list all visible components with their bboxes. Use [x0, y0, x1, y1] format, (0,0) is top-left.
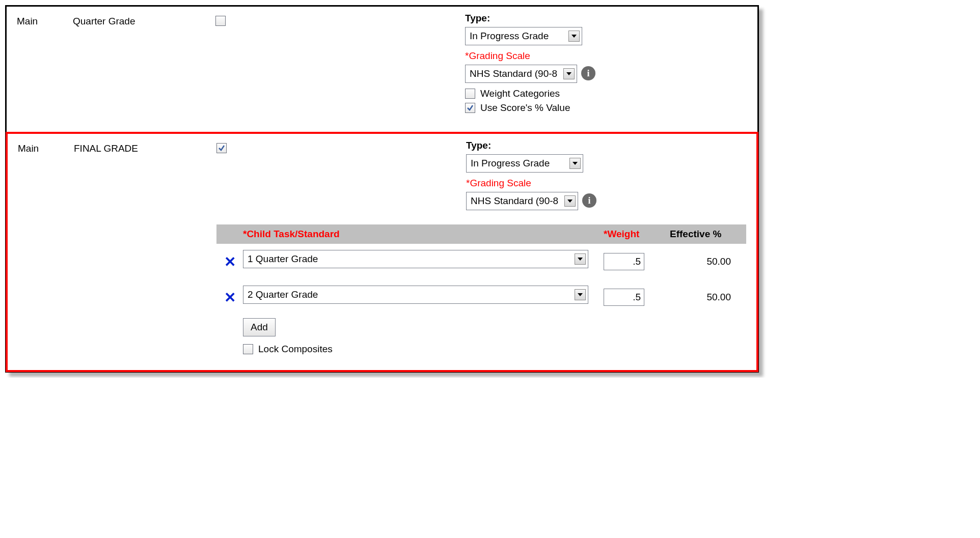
- use-score-percent-label: Use Score's % Value: [480, 102, 570, 114]
- child-task-value: 1 Quarter Grade: [248, 253, 571, 265]
- weight-header: *Weight: [604, 229, 670, 240]
- final-grade-highlight: Main FINAL GRADE Type: In Progress Grade…: [6, 132, 758, 372]
- chevron-down-icon: [564, 195, 576, 207]
- chevron-down-icon: [568, 31, 580, 42]
- delete-child-icon[interactable]: ✕: [224, 290, 236, 305]
- type-label: Type:: [466, 140, 746, 151]
- group-label: Main: [17, 13, 73, 27]
- child-task-select[interactable]: 2 Quarter Grade: [243, 286, 588, 304]
- svg-marker-1: [566, 72, 571, 75]
- delete-child-icon[interactable]: ✕: [224, 254, 236, 270]
- svg-marker-4: [578, 258, 583, 261]
- svg-marker-3: [567, 200, 573, 203]
- type-select[interactable]: In Progress Grade: [465, 27, 582, 45]
- weight-input[interactable]: [604, 289, 644, 306]
- type-label: Type:: [465, 13, 747, 24]
- type-select-value: In Progress Grade: [470, 31, 565, 42]
- add-child-button[interactable]: Add: [243, 318, 276, 336]
- info-icon[interactable]: i: [581, 66, 595, 80]
- grade-settings-panel: Main Quarter Grade Type: In Progress Gra…: [5, 5, 759, 373]
- child-row: ✕ 2 Quarter Grade 50.00: [216, 279, 746, 315]
- composite-checkbox[interactable]: [216, 143, 227, 153]
- weight-categories-label: Weight Categories: [480, 88, 560, 99]
- child-task-select[interactable]: 1 Quarter Grade: [243, 250, 588, 268]
- child-task-header: *Child Task/Standard: [243, 229, 604, 240]
- lock-composites-checkbox[interactable]: [243, 344, 253, 354]
- child-task-value: 2 Quarter Grade: [248, 289, 571, 300]
- weight-input[interactable]: [604, 253, 644, 270]
- grading-scale-value: NHS Standard (90-8: [471, 195, 561, 207]
- grading-scale-select[interactable]: NHS Standard (90-8: [466, 192, 578, 210]
- use-score-percent-checkbox[interactable]: [465, 103, 475, 113]
- info-icon[interactable]: i: [582, 193, 596, 208]
- chevron-down-icon: [575, 289, 586, 300]
- grading-scale-select[interactable]: NHS Standard (90-8: [465, 65, 577, 83]
- task-label: Quarter Grade: [73, 13, 215, 27]
- svg-marker-5: [578, 293, 583, 296]
- effective-header: Effective %: [670, 229, 746, 240]
- type-select-value: In Progress Grade: [471, 158, 566, 169]
- svg-marker-2: [573, 162, 578, 165]
- chevron-down-icon: [575, 253, 586, 265]
- composite-checkbox[interactable]: [215, 16, 226, 26]
- group-label: Main: [18, 140, 74, 154]
- weight-categories-checkbox[interactable]: [465, 89, 475, 99]
- child-table-header: *Child Task/Standard *Weight Effective %: [216, 224, 746, 244]
- task-row-final-grade: Main FINAL GRADE Type: In Progress Grade…: [8, 134, 756, 370]
- task-label: FINAL GRADE: [74, 140, 216, 154]
- chevron-down-icon: [569, 158, 581, 169]
- grading-scale-label: *Grading Scale: [466, 178, 746, 189]
- svg-marker-0: [571, 35, 577, 38]
- effective-value: 50.00: [670, 256, 746, 267]
- grading-scale-label: *Grading Scale: [465, 50, 747, 62]
- task-row-quarter-grade: Main Quarter Grade Type: In Progress Gra…: [7, 7, 757, 132]
- type-select[interactable]: In Progress Grade: [466, 154, 583, 173]
- effective-value: 50.00: [670, 292, 746, 303]
- grading-scale-value: NHS Standard (90-8: [470, 68, 560, 79]
- chevron-down-icon: [563, 68, 575, 79]
- lock-composites-label: Lock Composites: [258, 344, 333, 355]
- child-row: ✕ 1 Quarter Grade 50.00: [216, 244, 746, 279]
